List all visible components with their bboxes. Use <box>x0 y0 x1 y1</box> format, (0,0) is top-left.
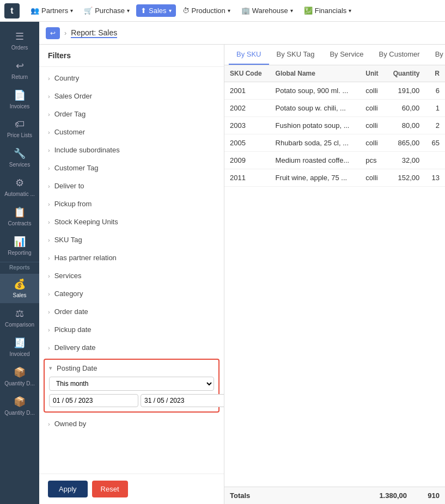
sidebar-item-label: Quantity D... <box>4 410 35 416</box>
filter-label: Order Tag <box>54 110 86 118</box>
filter-include-subordinates[interactable]: › Include subordinates <box>39 141 224 159</box>
cell-global-name: Potato soup w. chili, ... <box>270 100 361 117</box>
breadcrumb-separator: › <box>64 29 66 37</box>
filter-pickup-from[interactable]: › Pickup from <box>39 195 224 213</box>
table-row[interactable]: 2009 Medium roasted coffe... pcs 32,00 <box>224 152 445 169</box>
filter-category[interactable]: › Category <box>39 285 224 303</box>
sidebar-item-invoiced[interactable]: 🧾 Invoiced <box>0 333 39 362</box>
sidebar-item-reporting[interactable]: 📊 Reporting <box>0 231 39 261</box>
table-row[interactable]: 2001 Potato soup, 900 ml. ... colli 191,… <box>224 82 445 100</box>
filter-has-partner-relation[interactable]: › Has partner relation <box>39 249 224 267</box>
filter-services[interactable]: › Services <box>39 267 224 285</box>
nav-production[interactable]: ⏱ Production ▾ <box>178 4 235 17</box>
filter-label: Order date <box>54 308 88 316</box>
posting-date-section: ▾ Posting Date This month This week This… <box>44 359 220 413</box>
sidebar-item-quantity-d2[interactable]: 📦 Quantity D... <box>0 391 39 421</box>
filter-pickup-date[interactable]: › Pickup date <box>39 321 224 339</box>
posting-date-header[interactable]: ▾ Posting Date <box>49 364 214 372</box>
nav-warehouse[interactable]: 🏢 Warehouse ▾ <box>237 4 297 17</box>
chevron-right-icon: › <box>48 421 50 427</box>
cell-global-name: Rhubarb soda, 25 cl, ... <box>270 134 361 152</box>
filter-customer[interactable]: › Customer <box>39 123 224 141</box>
date-to-input[interactable] <box>141 394 224 407</box>
automatic-icon: ⚙ <box>15 177 24 189</box>
filter-label: Pickup from <box>54 200 92 208</box>
chevron-icon: ▾ <box>228 8 230 14</box>
sidebar-item-orders[interactable]: ☰ Orders <box>0 26 39 56</box>
table-area: By SKU By SKU Tag By Service By Customer… <box>224 45 445 504</box>
sidebar-item-label: Invoices <box>10 103 30 110</box>
tab-by-sku-tag[interactable]: By SKU Tag <box>269 45 322 65</box>
filter-sku-tag[interactable]: › SKU Tag <box>39 231 224 249</box>
sidebar-item-label: Reporting <box>8 250 31 256</box>
sidebar-item-automatic[interactable]: ⚙ Automatic ... <box>0 173 39 202</box>
date-from-input[interactable] <box>49 394 138 407</box>
sidebar-item-price-lists[interactable]: 🏷 Price Lists <box>0 114 39 143</box>
tab-by-customer[interactable]: By Customer <box>371 45 428 65</box>
filter-delivery-date[interactable]: › Delivery date <box>39 339 224 357</box>
tab-by-deliver-to[interactable]: By Deliver T... <box>428 45 445 65</box>
cell-sku-code: 2005 <box>224 134 270 152</box>
sidebar-item-label: Price Lists <box>7 132 32 139</box>
reset-button[interactable]: Reset <box>92 481 128 497</box>
tab-by-sku[interactable]: By SKU <box>229 45 269 65</box>
data-table: SKU Code Global Name Unit Quantity R 200… <box>224 65 445 487</box>
chevron-right-icon: › <box>48 327 50 333</box>
chevron-icon: ▾ <box>169 8 172 14</box>
chevron-right-icon: › <box>48 183 50 189</box>
chevron-icon: ▾ <box>70 8 73 14</box>
nav-sales[interactable]: ⬆ Sales ▾ <box>136 4 176 17</box>
filter-order-date[interactable]: › Order date <box>39 303 224 321</box>
filter-stock-keeping-units[interactable]: › Stock Keeping Units <box>39 213 224 231</box>
filter-customer-tag[interactable]: › Customer Tag <box>39 159 224 177</box>
cell-global-name: Fruit wine, apple, 75 ... <box>270 169 361 187</box>
nav-purchase[interactable]: 🛒 Purchase ▾ <box>80 4 134 17</box>
filter-deliver-to[interactable]: › Deliver to <box>39 177 224 195</box>
sidebar-item-services[interactable]: 🔧 Services <box>0 143 39 173</box>
financials-icon: 💹 <box>304 7 313 15</box>
filter-country[interactable]: › Country <box>39 69 224 87</box>
cell-extra: 1 <box>425 100 445 117</box>
posting-date-select[interactable]: This month This week This year Last mont… <box>49 377 214 391</box>
filter-sales-order[interactable]: › Sales Order <box>39 87 224 105</box>
apply-button[interactable]: Apply <box>48 481 88 497</box>
cell-extra: 65 <box>425 134 445 152</box>
reports-section-label: Reports <box>0 262 39 273</box>
filter-order-tag[interactable]: › Order Tag <box>39 105 224 123</box>
tab-by-service[interactable]: By Service <box>322 45 371 65</box>
back-icon: ↩ <box>50 29 56 37</box>
filter-label: Services <box>54 272 82 280</box>
table-row[interactable]: 2011 Fruit wine, apple, 75 ... colli 152… <box>224 169 445 187</box>
table-row[interactable]: 2002 Potato soup w. chili, ... colli 60,… <box>224 100 445 117</box>
sidebar-item-comparison[interactable]: ⚖ Comparison <box>0 303 39 333</box>
sidebar-item-label: Sales <box>13 292 26 299</box>
services-icon: 🔧 <box>14 147 26 159</box>
sidebar-item-quantity-d1[interactable]: 📦 Quantity D... <box>0 362 39 391</box>
cell-sku-code: 2009 <box>224 152 270 169</box>
cell-unit: pcs <box>360 152 385 169</box>
warehouse-icon: 🏢 <box>241 7 250 15</box>
sidebar-item-invoices[interactable]: 📄 Invoices <box>0 85 39 114</box>
table-row[interactable]: 2003 Fushion potato soup, ... colli 80,0… <box>224 117 445 134</box>
filter-label: Deliver to <box>54 182 84 190</box>
cell-quantity: 80,00 <box>385 117 425 134</box>
app-logo[interactable]: t <box>4 3 20 19</box>
quantity-d1-icon: 📦 <box>14 366 26 378</box>
sidebar-item-return[interactable]: ↩ Return <box>0 56 39 85</box>
nav-partners[interactable]: 👥 Partners ▾ <box>26 4 77 17</box>
chevron-right-icon: › <box>48 111 50 118</box>
sidebar-item-contracts[interactable]: 📋 Contracts <box>0 202 39 231</box>
chevron-icon: ▾ <box>349 8 351 14</box>
filter-owned-by[interactable]: › Owned by <box>39 415 224 433</box>
invoices-icon: 📄 <box>14 89 26 101</box>
reporting-icon: 📊 <box>14 236 26 248</box>
totals-quantity: 1.380,00 <box>363 491 407 500</box>
breadcrumb-back-button[interactable]: ↩ <box>46 27 60 39</box>
cell-sku-code: 2011 <box>224 169 270 187</box>
sidebar-item-sales[interactable]: 💰 Sales <box>0 274 39 303</box>
chevron-right-icon: › <box>48 201 50 207</box>
table-row[interactable]: 2005 Rhubarb soda, 25 cl, ... colli 865,… <box>224 134 445 152</box>
nav-financials[interactable]: 💹 Financials ▾ <box>300 4 356 17</box>
filter-label: Pickup date <box>54 325 92 334</box>
filter-label: Sales Order <box>54 92 92 100</box>
